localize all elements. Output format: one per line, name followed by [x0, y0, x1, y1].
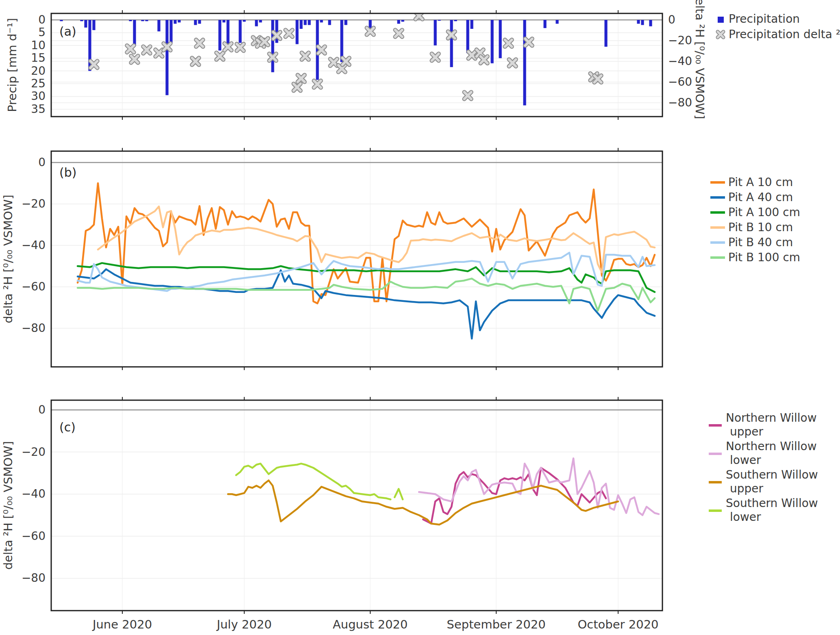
figure-background [0, 0, 840, 635]
precip-bar[interactable] [243, 20, 245, 22]
legend-label: Pit A 10 cm [728, 176, 793, 189]
legend-label-line2: lower [730, 510, 761, 524]
precip-bar[interactable] [295, 20, 298, 44]
y2-tick-label: 0 [668, 13, 675, 26]
legend-label: Pit A 100 cm [728, 206, 800, 219]
precip-bar[interactable] [174, 20, 176, 24]
precip-bar[interactable] [454, 20, 457, 21]
y-tick-label: −80 [22, 321, 46, 335]
y-tick-label: −60 [22, 529, 46, 543]
precip-bar[interactable] [169, 20, 172, 43]
y-axis-label: Precip [mm d⁻¹] [5, 18, 19, 112]
precip-bar[interactable] [499, 20, 501, 58]
y-tick-label: −20 [22, 197, 46, 210]
precip-bar[interactable] [523, 20, 526, 105]
precip-bar[interactable] [450, 20, 453, 67]
precip-bar[interactable] [60, 20, 63, 21]
precip-bar[interactable] [543, 20, 546, 28]
y-tick-label: 5 [38, 26, 46, 39]
precip-bar[interactable] [133, 20, 136, 46]
panel-letter-a: (a) [59, 24, 76, 39]
y-tick-label: 25 [31, 77, 46, 90]
figure-canvas: 051015202530350−20−40−60−80Precip [mm d⁻… [0, 0, 840, 635]
precip-bar[interactable] [271, 20, 274, 72]
precip-bar[interactable] [604, 20, 607, 47]
precip-bar[interactable] [438, 20, 441, 21]
legend-label-line1: Northern Willow [726, 411, 817, 425]
precip-bar[interactable] [259, 20, 262, 22]
y-tick-label: −80 [22, 571, 46, 585]
legend-label-line1: Northern Willow [726, 440, 817, 453]
legend-label-line2: upper [730, 482, 764, 495]
precip-bar[interactable] [466, 20, 469, 53]
precip-bar[interactable] [222, 20, 225, 22]
x-tick-label: June 2020 [92, 618, 152, 631]
precip-bar[interactable] [434, 20, 436, 46]
three-panel-isotope-figure: 051015202530350−20−40−60−80Precip [mm d⁻… [0, 0, 840, 635]
x-tick-label: August 2020 [333, 618, 408, 631]
y-tick-label: 15 [31, 51, 46, 65]
precip-bar[interactable] [141, 20, 144, 21]
precip-bar[interactable] [84, 20, 87, 28]
precip-bar[interactable] [178, 20, 180, 22]
y-tick-label: 0 [38, 156, 46, 169]
y2-tick-label: −60 [668, 75, 692, 89]
precip-bar[interactable] [239, 20, 241, 43]
x-tick-label: September 2020 [447, 618, 545, 631]
panel-letter-c: (c) [59, 420, 76, 434]
legend-label-line2: upper [730, 425, 764, 438]
x-tick-label: October 2020 [577, 618, 658, 631]
precip-bar[interactable] [556, 20, 558, 24]
precip-bar[interactable] [491, 20, 493, 63]
y-tick-label: 10 [31, 39, 46, 52]
legend-label-line1: Southern Willow [726, 496, 818, 510]
y-tick-label: −60 [22, 280, 46, 293]
legend-label-line1: Southern Willow [726, 468, 818, 481]
legend-label: Pit B 100 cm [728, 251, 800, 264]
y2-tick-label: −80 [668, 96, 692, 109]
precip-bar[interactable] [340, 20, 343, 62]
y-tick-label: 30 [31, 89, 46, 103]
legend-label: Precipitation [729, 12, 800, 26]
precip-bar[interactable] [80, 20, 83, 21]
precip-bar[interactable] [304, 20, 306, 25]
precip-bar[interactable] [320, 20, 323, 22]
panel-letter-b: (b) [59, 165, 76, 180]
precip-bar[interactable] [637, 20, 640, 24]
precip-bar[interactable] [641, 20, 644, 25]
precip-bar[interactable] [165, 20, 168, 95]
y-axis-label: delta ²H [⁰/₀₀ VSMOW] [1, 195, 15, 323]
precip-bar[interactable] [308, 20, 310, 25]
precip-bar[interactable] [194, 20, 197, 25]
precip-bar[interactable] [145, 20, 148, 21]
precip-bar[interactable] [300, 20, 302, 29]
precip-bar[interactable] [198, 20, 201, 24]
precip-bar[interactable] [157, 20, 160, 31]
legend-label: Pit A 40 cm [728, 191, 793, 204]
y-tick-label: 0 [38, 13, 46, 26]
y-tick-label: 35 [31, 102, 46, 116]
y-tick-label: 20 [31, 64, 46, 78]
precip-bar[interactable] [328, 20, 331, 25]
y-tick-label: −40 [22, 487, 46, 501]
legend-item-precipitation[interactable]: Precipitation [718, 12, 800, 26]
y-tick-label: −40 [22, 238, 46, 252]
precip-bar[interactable] [397, 20, 400, 24]
legend-label-line2: lower [730, 453, 761, 467]
legend-square-swatch [718, 17, 724, 23]
legend-label: Pit B 10 cm [728, 221, 793, 234]
legend-label: Pit B 40 cm [728, 236, 793, 249]
y2-tick-label: −20 [668, 34, 692, 47]
precip-bar[interactable] [401, 20, 404, 22]
precip-bar[interactable] [344, 20, 347, 25]
y2-axis-label: delta ²H [⁰/₀₀ VSMOW] [693, 0, 707, 119]
precip-bar[interactable] [470, 20, 473, 29]
precip-bar[interactable] [649, 20, 652, 26]
legend-item-precipitation-delta2h[interactable]: Precipitation delta ²H [718, 28, 840, 41]
precip-bar[interactable] [92, 20, 95, 30]
precip-bar[interactable] [226, 20, 229, 44]
precip-bar[interactable] [218, 20, 221, 50]
precip-bar[interactable] [129, 20, 132, 21]
precip-bar[interactable] [255, 20, 258, 26]
y-tick-label: −20 [22, 445, 46, 459]
